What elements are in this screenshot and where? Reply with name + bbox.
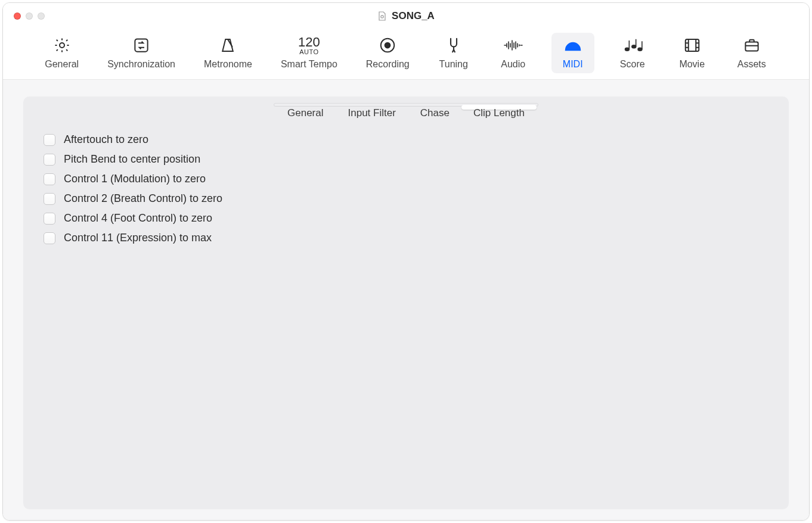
subtab-label: Clip Length [473, 107, 525, 119]
sync-icon [132, 35, 150, 55]
score-notes-icon [622, 35, 643, 55]
option-cc4-foot: Control 4 (Foot Control) to zero [44, 208, 768, 228]
toolbar-label: Assets [737, 59, 766, 70]
tuning-fork-icon [445, 35, 463, 55]
svg-point-5 [569, 46, 570, 47]
toolbar-label: Synchronization [107, 59, 175, 70]
toolbar-tab-movie[interactable]: Movie [671, 33, 714, 73]
toolbar-label: General [45, 59, 79, 70]
toolbar-label: Score [620, 59, 645, 70]
toolbar-tab-score[interactable]: Score [611, 33, 654, 73]
option-pitch-bend: Pitch Bend to center position [44, 150, 768, 169]
toolbar-tab-tuning[interactable]: Tuning [432, 33, 475, 73]
checkbox-cc4-foot[interactable] [44, 213, 55, 225]
toolbar-label: Smart Tempo [281, 59, 337, 70]
checkbox-cc1-modulation[interactable] [44, 173, 55, 185]
svg-point-9 [625, 48, 629, 51]
audio-waveform-icon [503, 35, 523, 55]
subtab-label: General [287, 107, 323, 119]
svg-point-8 [576, 46, 577, 47]
subtab-clip-length[interactable]: Clip Length [461, 105, 537, 110]
toolbar-label: MIDI [563, 59, 583, 70]
toolbar-tab-audio[interactable]: Audio [492, 33, 535, 73]
toolbar-label: Recording [366, 59, 410, 70]
content-area: General Input Filter Chase Clip Length [3, 80, 809, 520]
svg-point-11 [638, 48, 642, 51]
toolbar-tab-midi[interactable]: MIDI [551, 33, 594, 73]
svg-rect-13 [745, 42, 758, 51]
preferences-window: SONG_A General Synchronization [2, 2, 810, 521]
main-toolbar: General Synchronization Metronome [3, 29, 809, 80]
tempo-mode: AUTO [299, 49, 318, 55]
toolbar-tab-assets[interactable]: Assets [730, 33, 773, 73]
svg-rect-12 [685, 39, 699, 51]
gear-icon [53, 35, 71, 55]
svg-point-0 [381, 15, 383, 18]
checkbox-cc11-expression[interactable] [44, 232, 55, 244]
film-icon [683, 35, 701, 55]
zoom-button[interactable] [38, 13, 45, 20]
checkbox-cc2-breath[interactable] [44, 193, 55, 205]
minimize-button[interactable] [26, 13, 33, 20]
window-title-group: SONG_A [3, 10, 809, 22]
toolbar-tab-metronome[interactable]: Metronome [198, 33, 258, 73]
toolbar-tab-recording[interactable]: Recording [360, 33, 416, 73]
subtab-label: Input Filter [348, 107, 396, 119]
option-cc2-breath: Control 2 (Breath Control) to zero [44, 189, 768, 208]
option-cc1-modulation: Control 1 (Modulation) to zero [44, 169, 768, 189]
toolbar-tab-smart-tempo[interactable]: 120 AUTO Smart Tempo [275, 33, 343, 73]
subtab-chase[interactable]: Chase [408, 105, 461, 110]
checkbox-label: Control 2 (Breath Control) to zero [64, 192, 222, 205]
svg-rect-2 [135, 39, 147, 51]
svg-point-4 [385, 43, 390, 48]
svg-point-6 [571, 43, 572, 45]
toolbar-label: Movie [679, 59, 705, 70]
subtab-input-filter[interactable]: Input Filter [336, 105, 408, 110]
checkbox-pitch-bend[interactable] [44, 154, 55, 166]
traffic-lights [3, 13, 45, 20]
close-button[interactable] [14, 13, 21, 20]
checkbox-label: Aftertouch to zero [64, 133, 148, 146]
checkbox-label: Control 1 (Modulation) to zero [64, 173, 206, 185]
clip-length-panel: General Input Filter Chase Clip Length [23, 96, 789, 509]
titlebar: SONG_A [3, 3, 809, 29]
toolbar-label: Metronome [204, 59, 252, 70]
briefcase-icon [743, 35, 761, 55]
option-aftertouch: Aftertouch to zero [44, 130, 768, 150]
svg-point-7 [574, 43, 575, 45]
subtab-label: Chase [420, 107, 450, 119]
checkbox-aftertouch[interactable] [44, 134, 55, 146]
smart-tempo-icon: 120 AUTO [298, 35, 320, 55]
tempo-number: 120 [298, 36, 320, 49]
toolbar-label: Tuning [439, 59, 468, 70]
midi-port-icon [563, 35, 582, 55]
midi-subtab-bar: General Input Filter Chase Clip Length [274, 103, 538, 107]
toolbar-label: Audio [501, 59, 525, 70]
checkbox-label: Pitch Bend to center position [64, 153, 200, 166]
toolbar-tab-general[interactable]: General [39, 33, 85, 73]
window-title: SONG_A [392, 10, 435, 22]
checkbox-label: Control 4 (Foot Control) to zero [64, 212, 212, 225]
subtab-general[interactable]: General [275, 105, 335, 110]
document-icon [377, 11, 387, 21]
svg-point-10 [632, 45, 636, 48]
svg-point-1 [60, 43, 64, 48]
toolbar-tab-synchronization[interactable]: Synchronization [101, 33, 181, 73]
checkbox-label: Control 11 (Expression) to max [64, 232, 212, 244]
metronome-icon [219, 35, 237, 55]
option-cc11-expression: Control 11 (Expression) to max [44, 228, 768, 248]
record-icon [379, 35, 396, 55]
